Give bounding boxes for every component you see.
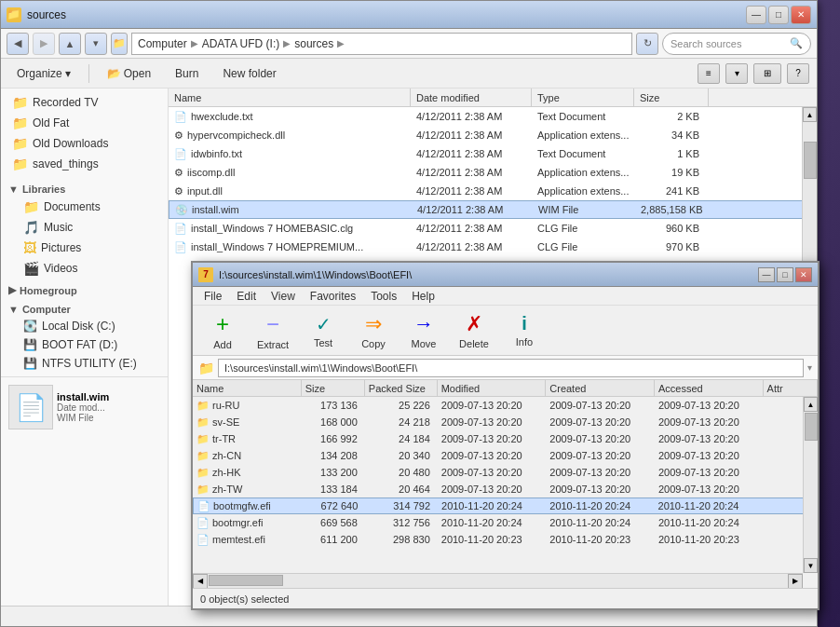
list-item[interactable]: 📁 sv-SE 168 000 24 218 2009-07-13 20:20 …: [193, 414, 818, 430]
organize-label: Organize: [17, 67, 62, 80]
burn-button[interactable]: Burn: [167, 63, 207, 84]
inner-col-modified[interactable]: Modified: [438, 380, 547, 396]
preview-file-icon: 📄: [8, 385, 53, 429]
sidebar-item-videos[interactable]: 🎬 Videos: [1, 258, 168, 279]
delete-button[interactable]: ✗ Delete: [450, 308, 498, 353]
column-type[interactable]: Type: [532, 89, 634, 106]
list-item[interactable]: 📁 ru-RU 173 136 25 226 2009-07-13 20:20 …: [193, 397, 818, 414]
close-button[interactable]: ✕: [791, 6, 811, 24]
inner-vertical-scrollbar[interactable]: ▲ ▼: [803, 397, 818, 573]
preview-file-icon-area: 📄 install.wim Date mod... WIM File: [8, 385, 160, 429]
inner-maximize-button[interactable]: □: [777, 267, 793, 282]
sidebar-item-documents[interactable]: 📁 Documents: [1, 197, 168, 217]
inner-file-list[interactable]: 📁 ru-RU 173 136 25 226 2009-07-13 20:20 …: [193, 397, 818, 573]
menu-view[interactable]: View: [264, 287, 303, 305]
view-list-button[interactable]: ≡: [698, 63, 720, 84]
sidebar-item-music[interactable]: 🎵 Music: [1, 217, 168, 238]
hscroll-thumb[interactable]: [209, 575, 283, 586]
table-row[interactable]: ⚙ iiscomp.dll 4/12/2011 2:38 AM Applicat…: [169, 163, 817, 182]
refresh-button[interactable]: ↻: [636, 33, 658, 55]
open-button[interactable]: 📂 Open: [99, 63, 159, 84]
inner-scroll-up-button[interactable]: ▲: [804, 397, 818, 412]
menu-help[interactable]: Help: [404, 287, 442, 305]
favorites-group: 📁 Recorded TV 📁 Old Fat 📁 Old Downloads …: [1, 92, 168, 174]
extract-button[interactable]: − Extract: [249, 308, 297, 353]
table-row[interactable]: ⚙ input.dll 4/12/2011 2:38 AM Applicatio…: [169, 182, 817, 200]
inner-close-button[interactable]: ✕: [795, 267, 812, 282]
inner-file-packed: 312 756: [365, 517, 438, 528]
inner-file-accessed: 2009-07-13 20:20: [655, 400, 764, 411]
scroll-up-button[interactable]: ▲: [803, 107, 817, 122]
inner-address-text[interactable]: I:\sources\install.wim\1\Windows\Boot\EF…: [218, 359, 804, 377]
table-row[interactable]: 💿 install.wim 4/12/2011 2:38 AM WIM File…: [169, 200, 817, 219]
inner-col-packed[interactable]: Packed Size: [365, 380, 438, 396]
menu-edit[interactable]: Edit: [229, 287, 264, 305]
inner-scroll-thumb[interactable]: [805, 413, 818, 441]
sidebar-item-label: Old Downloads: [33, 137, 108, 150]
help-button[interactable]: ?: [787, 63, 809, 84]
table-row[interactable]: 📄 idwbinfo.txt 4/12/2011 2:38 AM Text Do…: [169, 144, 817, 163]
menu-tools[interactable]: Tools: [363, 287, 404, 305]
column-size[interactable]: Size: [634, 89, 709, 106]
list-item[interactable]: 📄 bootmgfw.efi 672 640 314 792 2010-11-2…: [193, 498, 818, 514]
inner-col-size[interactable]: Size: [302, 380, 365, 396]
scroll-thumb[interactable]: [804, 142, 817, 179]
list-item[interactable]: 📁 tr-TR 166 992 24 184 2009-07-13 20:20 …: [193, 430, 818, 447]
maximize-button[interactable]: □: [768, 6, 789, 24]
list-item[interactable]: 📁 zh-TW 133 184 20 464 2009-07-13 20:20 …: [193, 481, 818, 498]
sidebar-item-boot-fat[interactable]: 💾 BOOT FAT (D:): [1, 335, 168, 354]
sidebar-item-ntfs-utility[interactable]: 💾 NTFS UTILITY (E:): [1, 354, 168, 373]
forward-button[interactable]: ▶: [33, 33, 55, 55]
new-folder-button[interactable]: New folder: [214, 63, 284, 84]
up-button[interactable]: ▲: [59, 33, 81, 55]
list-item[interactable]: 📁 zh-CN 134 208 20 340 2009-07-13 20:20 …: [193, 447, 818, 464]
inner-col-name[interactable]: Name: [193, 380, 302, 396]
sidebar-item-recorded-tv[interactable]: 📁 Recorded TV: [1, 92, 168, 113]
list-item[interactable]: 📁 zh-HK 133 200 20 480 2009-07-13 20:20 …: [193, 464, 818, 481]
inner-scroll-down-button[interactable]: ▼: [804, 558, 818, 573]
organize-button[interactable]: Organize ▾: [8, 63, 79, 84]
list-item[interactable]: 📄 memtest.efi 611 200 298 830 2010-11-20…: [193, 531, 818, 548]
inner-col-attr[interactable]: Attr: [764, 380, 818, 396]
table-row[interactable]: 📄 install_Windows 7 HOMEPREMIUM... 4/12/…: [169, 238, 817, 256]
sidebar-item-old-fat[interactable]: 📁 Old Fat: [1, 113, 168, 133]
inner-col-created[interactable]: Created: [546, 380, 655, 396]
breadcrumb[interactable]: Computer ▶ ADATA UFD (I:) ▶ sources ▶: [131, 33, 632, 55]
table-row[interactable]: 📄 install_Windows 7 HOMEBASIC.clg 4/12/2…: [169, 219, 817, 238]
add-button[interactable]: + Add: [198, 308, 247, 353]
search-box[interactable]: Search sources 🔍: [662, 33, 811, 55]
hscroll-left-button[interactable]: ◀: [193, 574, 208, 589]
sidebar-item-local-disk[interactable]: 💽 Local Disk (C:): [1, 317, 168, 335]
menu-file[interactable]: File: [196, 287, 229, 305]
table-row[interactable]: 📄 hwexclude.txt 4/12/2011 2:38 AM Text D…: [169, 107, 817, 126]
inner-minimize-button[interactable]: —: [758, 267, 775, 282]
column-date-modified[interactable]: Date modified: [411, 89, 532, 106]
sidebar-item-label: saved_things: [33, 157, 99, 170]
hscroll-track[interactable]: [208, 574, 788, 588]
column-name[interactable]: Name: [169, 89, 411, 106]
move-button[interactable]: → Move: [400, 308, 448, 353]
sidebar-item-old-downloads[interactable]: 📁 Old Downloads: [1, 133, 168, 154]
sidebar-item-pictures[interactable]: 🖼 Pictures: [1, 238, 168, 258]
table-row[interactable]: ⚙ hypervcompicheck.dll 4/12/2011 2:38 AM…: [169, 126, 817, 144]
menu-favorites[interactable]: Favorites: [303, 287, 363, 305]
test-button[interactable]: ✓ Test: [299, 308, 347, 353]
breadcrumb-sources[interactable]: sources: [294, 37, 333, 50]
list-item[interactable]: 📄 bootmgr.efi 669 568 312 756 2010-11-20…: [193, 514, 818, 531]
file-date-cell: 4/12/2011 2:38 AM: [411, 129, 532, 141]
hscroll-right-button[interactable]: ▶: [788, 574, 803, 589]
back-button[interactable]: ◀: [7, 33, 29, 55]
preview-button[interactable]: ⊞: [753, 63, 781, 84]
open-icon: 📂: [107, 67, 121, 80]
sidebar-item-saved-things[interactable]: 📁 saved_things: [1, 154, 168, 174]
inner-horizontal-scrollbar[interactable]: ◀ ▶: [193, 573, 803, 588]
view-arrow-button[interactable]: ▾: [725, 63, 748, 84]
copy-button[interactable]: ⇒ Copy: [349, 308, 398, 353]
addr-dropdown-icon[interactable]: ▾: [807, 362, 812, 373]
minimize-button[interactable]: —: [746, 6, 766, 24]
info-button[interactable]: i Info: [500, 308, 549, 353]
recent-button[interactable]: ▾: [85, 33, 107, 55]
breadcrumb-drive[interactable]: ADATA UFD (I:): [202, 37, 280, 50]
inner-scroll-track[interactable]: [804, 412, 818, 558]
inner-col-accessed[interactable]: Accessed: [655, 380, 764, 396]
